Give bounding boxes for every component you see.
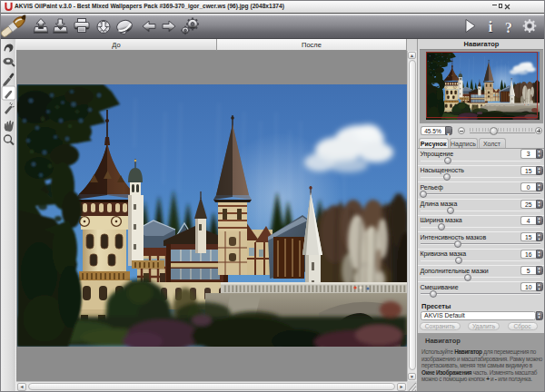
svg-text:?: ? xyxy=(505,20,512,35)
svg-text:i: i xyxy=(489,19,493,34)
